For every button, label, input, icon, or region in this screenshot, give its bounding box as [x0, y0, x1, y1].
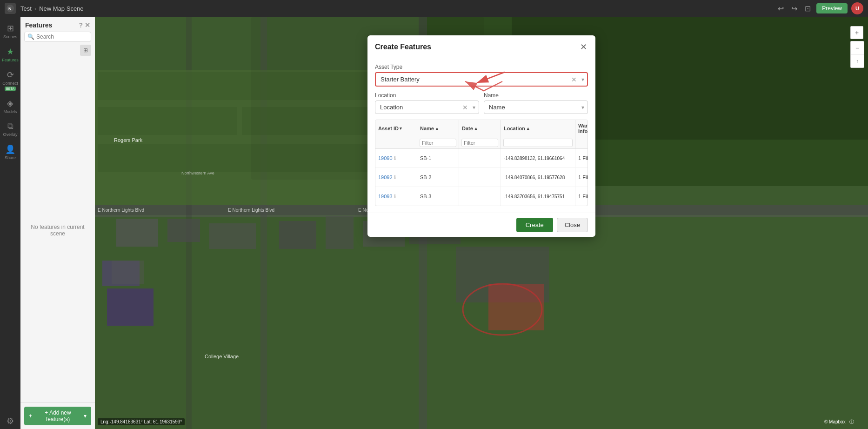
cell-date-2	[459, 168, 501, 187]
modal-footer: Create Close	[367, 213, 595, 237]
cell-asset-id-3: 19093 ℹ	[375, 187, 417, 206]
modal-header: Create Features ✕	[367, 35, 595, 57]
col-header-warranty[interactable]: Warranty Info	[575, 120, 588, 137]
create-features-modal: Create Features ✕ Asset Type Starter Bat…	[367, 35, 595, 237]
date-sort-icon: ▲	[474, 126, 478, 131]
sidebar-item-overlay[interactable]: ⧉ Overlay	[1, 119, 20, 140]
search-input[interactable]	[36, 34, 88, 40]
col-header-name[interactable]: Name ▲	[417, 120, 459, 137]
table-row[interactable]: 19093 ℹ SB-3 -149.83703656, 61.19475751 …	[375, 187, 588, 206]
location-sort-icon: ▲	[526, 126, 530, 131]
close-button[interactable]: Close	[557, 218, 588, 232]
features-label: Features	[2, 58, 19, 62]
dropdown-arrow-icon: ▾	[84, 413, 87, 419]
location-name-row: Location Location ✕ ▾ Name Name	[375, 92, 588, 114]
sidebar-item-models[interactable]: ◈ Models	[1, 95, 20, 117]
cell-warranty-3: 1 Files 📄	[575, 187, 588, 206]
search-icon: 🔍	[27, 34, 34, 40]
asset-id-sort-icon: ▾	[400, 126, 402, 131]
info-icon-3: ℹ	[394, 194, 396, 200]
undo-icon[interactable]: ↩	[776, 3, 786, 14]
add-feature-button[interactable]: + + Add new feature(s) ▾	[24, 407, 91, 425]
view-toggle-button[interactable]: ⊞	[80, 45, 91, 56]
location-clear-icon[interactable]: ✕	[462, 104, 468, 111]
layout-icon[interactable]: ⊡	[803, 3, 813, 14]
location-label: Location	[375, 92, 479, 99]
left-panel-header-icons: ? ✕	[79, 21, 90, 29]
breadcrumb-scene: New Map Scene	[39, 5, 83, 12]
overlay-label: Overlay	[3, 132, 17, 137]
asset-type-select[interactable]: Starter Battery	[375, 72, 588, 87]
asset-type-group: Asset Type Starter Battery ✕ ▾	[375, 64, 588, 87]
info-icon-2: ℹ	[394, 174, 396, 181]
name-select[interactable]: Name	[484, 101, 588, 114]
share-icon: 👤	[5, 144, 15, 154]
modal-overlay: Create Features ✕ Asset Type Starter Bat…	[95, 17, 868, 429]
filter-cell-name	[417, 137, 459, 148]
modal-close-button[interactable]: ✕	[579, 42, 588, 52]
filter-cell-date	[459, 137, 501, 148]
filter-cell-location	[501, 137, 575, 148]
cell-location-3: -149.83703656, 61.19475751	[501, 187, 575, 206]
col-header-location[interactable]: Location ▲	[501, 120, 575, 137]
left-panel-footer: + + Add new feature(s) ▾	[20, 402, 95, 429]
name-group: Name Name ▾	[484, 92, 588, 114]
filter-input-location[interactable]	[503, 139, 573, 147]
models-label: Models	[3, 109, 17, 114]
preview-button[interactable]: Preview	[816, 3, 848, 13]
breadcrumb-separator: ›	[34, 5, 36, 12]
left-panel-empty: No features in current scene	[20, 58, 95, 402]
share-label: Share	[5, 155, 16, 160]
connect-label: Connect	[2, 81, 18, 86]
models-icon: ◈	[7, 98, 13, 108]
cell-name-1: SB-1	[417, 149, 459, 168]
name-select-wrap: Name ▾	[484, 101, 588, 114]
scenes-icon: ⊞	[7, 23, 14, 34]
cell-warranty-1: 1 Files 📄	[575, 149, 588, 168]
sidebar-item-share[interactable]: 👤 Share	[1, 141, 20, 163]
sidebar-item-scenes[interactable]: ⊞ Scenes	[1, 20, 20, 42]
col-header-asset-id[interactable]: Asset ID ▾	[375, 120, 417, 137]
breadcrumb-test[interactable]: Test	[20, 5, 32, 12]
table-header-row: Asset ID ▾ Name ▲ Date ▲ Location ▲	[375, 120, 588, 137]
left-panel-title: Features	[25, 21, 52, 29]
sidebar-item-settings[interactable]: ⚙	[1, 413, 20, 429]
table-row[interactable]: 19090 ℹ SB-1 -149.83898132, 61.19661064 …	[375, 149, 588, 168]
table-row[interactable]: 19092 ℹ SB-2 -149.84070866, 61.19577628 …	[375, 168, 588, 187]
sidebar-bottom: ⚙	[1, 413, 20, 429]
grid-view-icon: ⊞	[83, 47, 88, 54]
app-logo: N	[5, 3, 16, 14]
features-icon: ★	[7, 47, 14, 57]
asset-type-clear-icon[interactable]: ✕	[571, 76, 577, 83]
name-label: Name	[484, 92, 588, 99]
add-feature-label: + Add new feature(s)	[34, 409, 82, 422]
redo-icon[interactable]: ↪	[789, 3, 799, 14]
cell-date-3	[459, 187, 501, 206]
create-button[interactable]: Create	[516, 218, 553, 232]
cell-location-1: -149.83898132, 61.19661064	[501, 149, 575, 168]
col-header-date[interactable]: Date ▲	[459, 120, 501, 137]
help-icon[interactable]: ?	[79, 21, 83, 29]
sidebar-item-connect[interactable]: ⟳ Connect BETA	[1, 67, 20, 94]
user-avatar[interactable]: U	[851, 2, 863, 14]
filter-input-name[interactable]	[420, 139, 456, 147]
cell-location-2: -149.84070866, 61.19577628	[501, 168, 575, 187]
cell-warranty-2: 1 Files 📄	[575, 168, 588, 187]
asset-type-label: Asset Type	[375, 64, 588, 70]
left-panel-header: Features ? ✕	[20, 17, 95, 32]
connect-icon: ⟳	[7, 70, 14, 80]
cell-asset-id-2: 19092 ℹ	[375, 168, 417, 187]
modal-title: Create Features	[375, 43, 431, 51]
scenes-label: Scenes	[3, 34, 17, 39]
sidebar-item-features[interactable]: ★ Features	[1, 44, 20, 65]
top-bar: N Test › New Map Scene ↩ ↪ ⊡ Preview U	[0, 0, 868, 17]
breadcrumb: Test › New Map Scene	[20, 5, 84, 12]
location-group: Location Location ✕ ▾	[375, 92, 479, 114]
overlay-icon: ⧉	[7, 121, 13, 131]
filter-input-date[interactable]	[461, 139, 498, 147]
beta-badge: BETA	[5, 87, 16, 91]
features-table: Asset ID ▾ Name ▲ Date ▲ Location ▲	[375, 120, 588, 206]
asset-type-select-wrap: Starter Battery ✕ ▾	[375, 72, 588, 87]
close-panel-icon[interactable]: ✕	[85, 21, 90, 29]
top-bar-right: ↩ ↪ ⊡ Preview U	[776, 2, 863, 14]
